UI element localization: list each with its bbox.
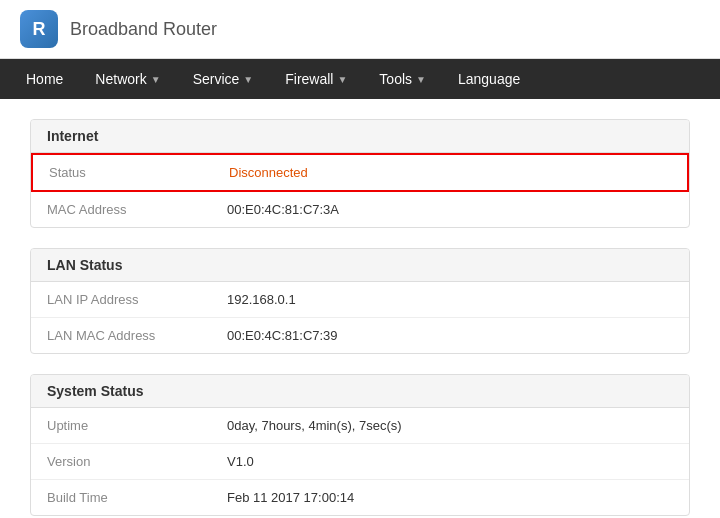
nav-language[interactable]: Language <box>442 59 536 99</box>
system-version-label: Version <box>47 454 227 469</box>
internet-mac-value: 00:E0:4C:81:C7:3A <box>227 202 339 217</box>
nav-firewall-arrow: ▼ <box>337 74 347 85</box>
lan-mac-value: 00:E0:4C:81:C7:39 <box>227 328 338 343</box>
internet-status-row: Status Disconnected <box>31 153 689 192</box>
nav-firewall[interactable]: Firewall ▼ <box>269 59 363 99</box>
lan-ip-row: LAN IP Address 192.168.0.1 <box>31 282 689 318</box>
system-buildtime-value: Feb 11 2017 17:00:14 <box>227 490 354 505</box>
system-version-value: V1.0 <box>227 454 254 469</box>
system-section-header: System Status <box>31 375 689 408</box>
system-uptime-label: Uptime <box>47 418 227 433</box>
app-title: Broadband Router <box>70 19 217 40</box>
content-area: Internet Status Disconnected MAC Address… <box>0 99 720 518</box>
internet-status-value: Disconnected <box>229 165 308 180</box>
system-version-row: Version V1.0 <box>31 444 689 480</box>
lan-section-header: LAN Status <box>31 249 689 282</box>
nav-network[interactable]: Network ▼ <box>79 59 176 99</box>
nav-tools-arrow: ▼ <box>416 74 426 85</box>
system-uptime-row: Uptime 0day, 7hours, 4min(s), 7sec(s) <box>31 408 689 444</box>
nav-service[interactable]: Service ▼ <box>177 59 270 99</box>
internet-status-label: Status <box>49 165 229 180</box>
system-buildtime-row: Build Time Feb 11 2017 17:00:14 <box>31 480 689 515</box>
system-uptime-value: 0day, 7hours, 4min(s), 7sec(s) <box>227 418 402 433</box>
app-window: R Broadband Router Home Network ▼ Servic… <box>0 0 720 518</box>
internet-section: Internet Status Disconnected MAC Address… <box>30 119 690 228</box>
internet-section-header: Internet <box>31 120 689 153</box>
lan-ip-value: 192.168.0.1 <box>227 292 296 307</box>
nav-home[interactable]: Home <box>10 59 79 99</box>
lan-mac-label: LAN MAC Address <box>47 328 227 343</box>
header: R Broadband Router <box>0 0 720 59</box>
navbar: Home Network ▼ Service ▼ Firewall ▼ Tool… <box>0 59 720 99</box>
system-buildtime-label: Build Time <box>47 490 227 505</box>
nav-network-arrow: ▼ <box>151 74 161 85</box>
lan-ip-label: LAN IP Address <box>47 292 227 307</box>
app-logo-icon: R <box>20 10 58 48</box>
nav-service-arrow: ▼ <box>243 74 253 85</box>
nav-tools[interactable]: Tools ▼ <box>363 59 442 99</box>
internet-mac-label: MAC Address <box>47 202 227 217</box>
internet-mac-row: MAC Address 00:E0:4C:81:C7:3A <box>31 192 689 227</box>
lan-mac-row: LAN MAC Address 00:E0:4C:81:C7:39 <box>31 318 689 353</box>
system-section: System Status Uptime 0day, 7hours, 4min(… <box>30 374 690 516</box>
lan-section: LAN Status LAN IP Address 192.168.0.1 LA… <box>30 248 690 354</box>
